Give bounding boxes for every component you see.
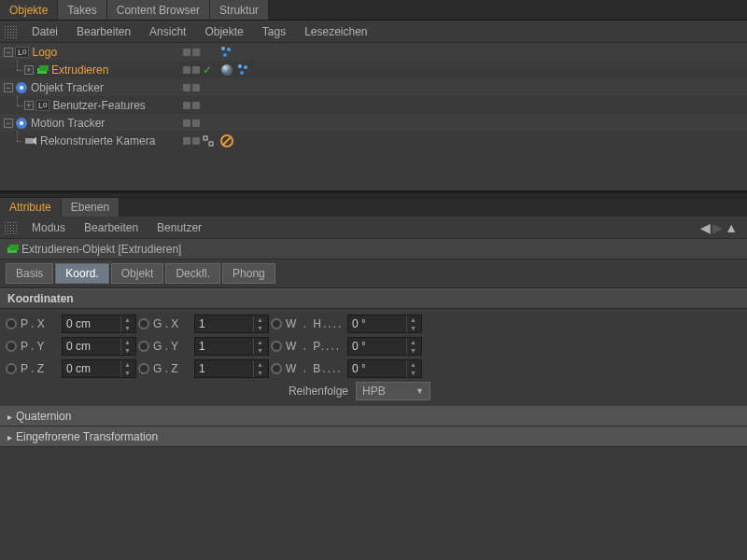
visibility-toggle-editor[interactable] (183, 49, 190, 56)
step-up-icon[interactable]: ▲ (407, 315, 419, 324)
expander-icon[interactable]: + (24, 101, 34, 110)
input-py[interactable] (63, 340, 120, 353)
input-gy[interactable] (195, 340, 253, 353)
input-gz[interactable] (195, 362, 253, 375)
step-up-icon[interactable]: ▲ (121, 360, 134, 369)
step-down-icon[interactable]: ▼ (254, 346, 266, 355)
step-down-icon[interactable]: ▼ (254, 324, 266, 332)
tree-row-object-tracker[interactable]: − Objekt Tracker (0, 78, 747, 96)
step-up-icon[interactable]: ▲ (254, 360, 266, 369)
visibility-toggle-render[interactable] (192, 49, 200, 56)
visibility-toggle-render[interactable] (192, 137, 200, 145)
nav-back-icon[interactable]: ◀ (700, 220, 711, 235)
step-down-icon[interactable]: ▼ (407, 324, 419, 332)
step-down-icon[interactable]: ▼ (121, 369, 134, 377)
visibility-toggle-editor[interactable] (183, 137, 190, 145)
tree-row-motion-tracker[interactable]: − Motion Tracker (0, 114, 747, 132)
input-wp[interactable] (348, 340, 406, 353)
tree-label[interactable]: Rekonstruierte Kamera (40, 134, 155, 147)
tag-icon[interactable] (237, 63, 250, 77)
tab-attributes[interactable]: Attribute (0, 198, 62, 217)
menu-file[interactable]: Datei (22, 21, 67, 42)
expander-icon[interactable]: + (24, 65, 34, 75)
input-wb[interactable] (348, 362, 406, 375)
input-pz[interactable] (63, 362, 120, 375)
menu-tags[interactable]: Tags (253, 21, 295, 42)
animate-toggle[interactable] (138, 341, 149, 352)
input-gx[interactable] (195, 317, 253, 330)
animate-toggle[interactable] (271, 318, 282, 329)
check-icon[interactable]: ✓ (202, 64, 213, 76)
animate-toggle[interactable] (138, 318, 149, 329)
nav-up-icon[interactable]: ▲ (725, 220, 738, 235)
step-up-icon[interactable]: ▲ (121, 315, 134, 324)
tree-label[interactable]: Extrudieren (51, 63, 108, 77)
visibility-toggle-render[interactable] (192, 119, 200, 127)
step-up-icon[interactable]: ▲ (254, 338, 266, 346)
deny-icon[interactable] (220, 134, 233, 147)
subtab-object[interactable]: Objekt (111, 263, 164, 284)
subtab-caps[interactable]: Deckfl. (165, 263, 220, 284)
select-rotation-order[interactable]: HPB ▼ (356, 382, 430, 400)
visibility-toggle-render[interactable] (192, 66, 200, 74)
grip-icon[interactable] (4, 221, 17, 234)
animate-toggle[interactable] (6, 318, 17, 329)
section-quaternion[interactable]: Quaternion (0, 406, 747, 427)
svg-rect-15 (204, 136, 207, 140)
expander-icon[interactable]: − (4, 83, 13, 92)
step-up-icon[interactable]: ▲ (407, 360, 419, 369)
nav-forward-icon[interactable]: ▶ (712, 220, 723, 235)
grip-icon[interactable] (4, 25, 17, 38)
step-down-icon[interactable]: ▼ (407, 346, 419, 355)
visibility-toggle-editor[interactable] (183, 66, 190, 74)
input-px[interactable] (63, 317, 120, 330)
step-down-icon[interactable]: ▼ (121, 324, 134, 332)
step-up-icon[interactable]: ▲ (407, 338, 419, 346)
target-icon[interactable] (202, 134, 215, 147)
section-frozen-transform[interactable]: Eingefrorene Transformation (0, 427, 747, 447)
visibility-toggle-editor[interactable] (183, 84, 190, 91)
menu-objects[interactable]: Objekte (195, 21, 252, 42)
tree-row-extrudieren[interactable]: + Extrudieren ✓ (0, 61, 747, 78)
menu-edit[interactable]: Bearbeiten (75, 217, 148, 238)
menu-user[interactable]: Benutzer (148, 217, 211, 238)
step-down-icon[interactable]: ▼ (407, 369, 419, 377)
visibility-toggle-render[interactable] (192, 84, 200, 91)
animate-toggle[interactable] (138, 363, 149, 374)
menu-mode[interactable]: Modus (22, 217, 75, 238)
animate-toggle[interactable] (6, 341, 17, 352)
tab-layers[interactable]: Ebenen (62, 198, 120, 217)
subtab-basis[interactable]: Basis (6, 263, 53, 284)
subtab-coord[interactable]: Koord. (55, 263, 108, 284)
tab-content-browser[interactable]: Content Browser (107, 0, 210, 20)
visibility-toggle-editor[interactable] (183, 102, 190, 109)
tree-label[interactable]: Objekt Tracker (31, 81, 104, 94)
visibility-toggle-editor[interactable] (183, 119, 190, 127)
tree-row-user-features[interactable]: + L0 Benutzer-Features (0, 96, 747, 114)
tree-label[interactable]: Benutzer-Features (52, 99, 145, 112)
tab-objects[interactable]: Objekte (0, 0, 58, 20)
animate-toggle[interactable] (271, 341, 282, 352)
menu-bookmarks[interactable]: Lesezeichen (295, 21, 376, 42)
tab-takes[interactable]: Takes (58, 0, 106, 20)
step-up-icon[interactable]: ▲ (121, 338, 134, 346)
step-up-icon[interactable]: ▲ (254, 315, 266, 324)
menu-view[interactable]: Ansicht (140, 21, 195, 42)
visibility-toggle-render[interactable] (192, 102, 200, 109)
sphere-tag-icon[interactable] (220, 63, 233, 77)
animate-toggle[interactable] (271, 363, 282, 374)
tree-row-reconstructed-camera[interactable]: Rekonstruierte Kamera (0, 132, 747, 149)
tree-row-logo[interactable]: − L0 Logo (0, 43, 747, 61)
menu-edit[interactable]: Bearbeiten (67, 21, 140, 42)
subtab-phong[interactable]: Phong (222, 263, 275, 284)
tag-icon[interactable] (220, 46, 233, 59)
animate-toggle[interactable] (6, 363, 17, 374)
step-down-icon[interactable]: ▼ (254, 369, 266, 377)
expander-icon[interactable]: − (4, 48, 13, 57)
tab-structure[interactable]: Struktur (210, 0, 269, 20)
step-down-icon[interactable]: ▼ (121, 346, 134, 355)
tree-label[interactable]: Logo (32, 46, 57, 59)
tree-label[interactable]: Motion Tracker (31, 117, 105, 130)
expander-icon[interactable]: − (4, 119, 13, 128)
input-wh[interactable] (348, 317, 406, 330)
